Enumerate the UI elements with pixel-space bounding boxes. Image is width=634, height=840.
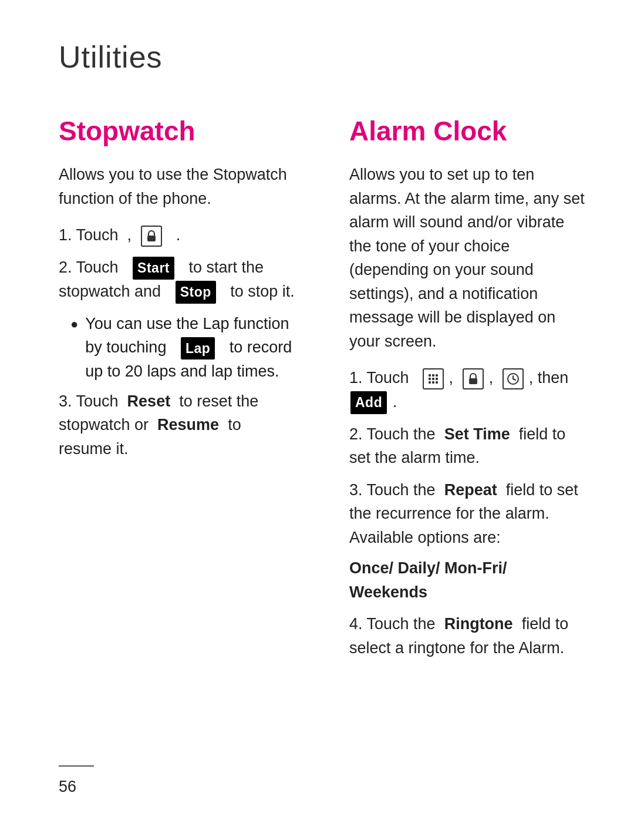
svg-point-9	[436, 381, 438, 384]
svg-point-7	[429, 381, 431, 384]
page-number: 56	[59, 778, 76, 795]
alarm-clock-section: Alarm Clock Allows you to set up to ten …	[343, 112, 587, 668]
options-text: Once/ Daily/ Mon-Fri/ Weekends	[349, 559, 507, 601]
add-button-label: Add	[350, 391, 387, 414]
svg-point-6	[436, 378, 438, 380]
start-button-label: Start	[133, 257, 174, 280]
lock-icon	[141, 226, 162, 247]
svg-point-4	[429, 378, 431, 380]
alarm-clock-title: Alarm Clock	[349, 112, 587, 151]
stopwatch-bullet1: ● You can use the Lap function by touchi…	[70, 312, 296, 384]
stopwatch-section: Stopwatch Allows you to use the Stopwatc…	[59, 112, 308, 668]
alarm-step1: 1. Touch ,	[349, 366, 587, 414]
stopwatch-title: Stopwatch	[59, 112, 296, 151]
svg-point-8	[432, 381, 434, 384]
svg-point-1	[429, 374, 431, 377]
stopwatch-step1: 1. Touch , .	[59, 223, 296, 247]
alarm-step4: 4. Touch the Ringtone field to select a …	[349, 612, 587, 660]
alarm-step3: 3. Touch the Repeat field to set the rec…	[349, 478, 587, 604]
svg-line-13	[513, 379, 515, 380]
svg-point-2	[432, 374, 434, 377]
page-footer: 56	[59, 765, 94, 799]
stopwatch-step2: 2. Touch Start to start the stopwatch an…	[59, 256, 296, 304]
clock-icon	[503, 368, 524, 389]
alarm-step2: 2. Touch the Set Time field to set the a…	[349, 422, 587, 470]
alarm-clock-description: Allows you to set up to ten alarms. At t…	[349, 163, 587, 353]
svg-point-3	[436, 374, 438, 377]
footer-divider	[59, 765, 94, 767]
apps-icon	[423, 368, 444, 389]
svg-rect-10	[469, 378, 477, 384]
lock-icon-2	[463, 368, 484, 389]
bullet-icon: ●	[70, 314, 78, 334]
stopwatch-step3: 3. Touch Reset to reset the stopwatch or…	[59, 389, 296, 461]
stopwatch-description: Allows you to use the Stopwatch function…	[59, 163, 296, 210]
lap-button-label: Lap	[181, 337, 215, 360]
svg-rect-0	[147, 236, 156, 241]
repeat-options: Once/ Daily/ Mon-Fri/ Weekends	[349, 556, 587, 604]
stop-button-label: Stop	[176, 281, 216, 304]
svg-point-5	[432, 378, 434, 380]
page-title: Utilities	[59, 35, 587, 79]
